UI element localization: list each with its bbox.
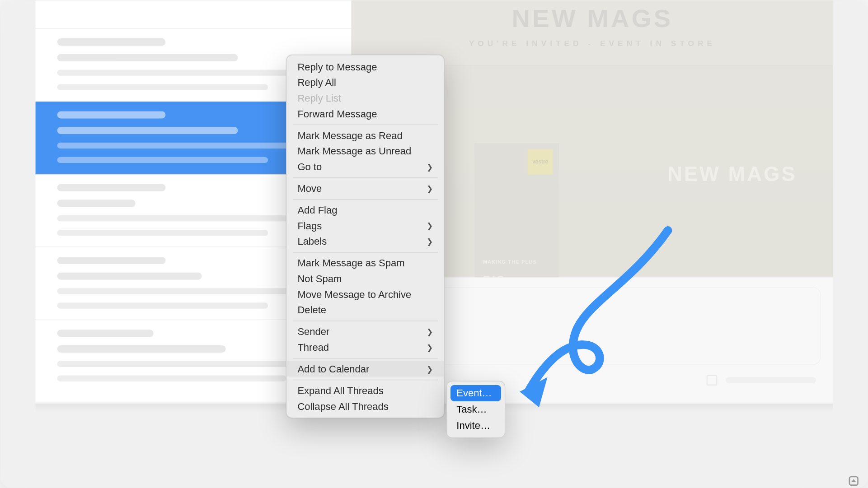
poster-tag: MAKING THE PLUS <box>483 259 536 265</box>
chevron-right-icon: ❯ <box>426 327 433 336</box>
menu-reply-list: Reply List <box>286 90 444 106</box>
menu-sender[interactable]: Sender❯ <box>286 323 444 339</box>
menu-goto[interactable]: Go to❯ <box>286 158 444 174</box>
menu-labels[interactable]: Labels❯ <box>286 233 444 249</box>
hero-subtitle: YOU'RE INVITED - EVENT IN STORE <box>352 39 833 48</box>
reply-footer <box>706 375 816 386</box>
menu-thread[interactable]: Thread❯ <box>286 339 444 355</box>
poster-card: vestre MAKING THE PLUS BIG <box>474 143 559 277</box>
menu-not-spam[interactable]: Not Spam <box>286 270 444 286</box>
hero-title: NEW MAGS <box>352 4 833 33</box>
menu-reply-message[interactable]: Reply to Message <box>286 59 444 74</box>
menu-flags[interactable]: Flags❯ <box>286 218 444 233</box>
menu-mark-read[interactable]: Mark Message as Read <box>286 127 444 143</box>
submenu-invite[interactable]: Invite… <box>450 417 501 433</box>
menu-expand-threads[interactable]: Expand All Threads <box>286 382 444 398</box>
submenu-event[interactable]: Event… <box>450 385 501 401</box>
menu-spam[interactable]: Mark Message as Spam <box>286 255 444 270</box>
chevron-right-icon: ❯ <box>426 237 433 246</box>
vestre-badge: vestre <box>527 149 553 174</box>
calendar-submenu: Event… Task… Invite… <box>446 381 505 438</box>
chevron-right-icon: ❯ <box>426 342 433 351</box>
menu-forward[interactable]: Forward Message <box>286 106 444 121</box>
footer-checkbox[interactable] <box>706 375 717 386</box>
footer-placeholder <box>726 377 816 383</box>
submenu-task[interactable]: Task… <box>450 401 501 417</box>
chevron-right-icon: ❯ <box>426 162 433 171</box>
chevron-right-icon: ❯ <box>426 221 433 230</box>
hero-brand: NEW MAGS <box>667 162 797 186</box>
menu-move[interactable]: Move❯ <box>286 180 444 196</box>
menu-reply-all[interactable]: Reply All <box>286 74 444 90</box>
chevron-right-icon: ❯ <box>426 184 433 193</box>
app-canvas: NEW MAGS YOU'RE INVITED - EVENT IN STORE… <box>0 0 868 488</box>
menu-add-flag[interactable]: Add Flag <box>286 202 444 218</box>
context-menu: Reply to Message Reply All Reply List Fo… <box>286 55 445 418</box>
chevron-right-icon: ❯ <box>426 364 433 373</box>
menu-collapse-threads[interactable]: Collapse All Threads <box>286 398 444 414</box>
menu-add-to-calendar[interactable]: Add to Calendar❯ <box>286 361 444 376</box>
vivaldi-icon <box>849 476 858 485</box>
menu-delete[interactable]: Delete <box>286 302 444 317</box>
hero-image: NEW MAGS vestre MAKING THE PLUS BIG <box>406 65 833 276</box>
poster-big: BIG <box>483 274 506 277</box>
menu-archive[interactable]: Move Message to Archive <box>286 286 444 302</box>
menu-mark-unread[interactable]: Mark Message as Unread <box>286 143 444 159</box>
vivaldi-brand: VIVALDI <box>849 476 858 488</box>
